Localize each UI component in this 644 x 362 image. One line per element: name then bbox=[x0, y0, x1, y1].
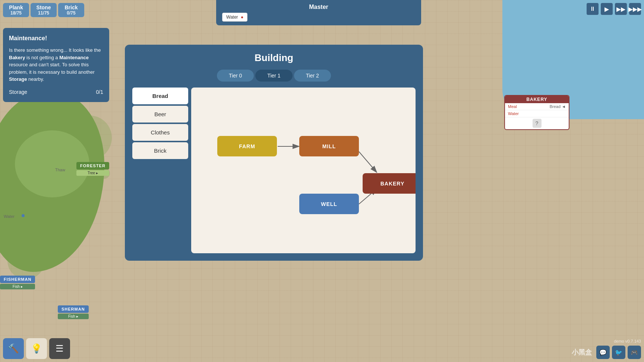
flow-node-mill: MILL bbox=[299, 136, 359, 156]
twitter-icon[interactable]: 🐦 bbox=[612, 346, 625, 359]
bakery-meal-value: Bread ◄ bbox=[550, 104, 566, 109]
map-label-water: Water bbox=[4, 214, 15, 219]
maintenance-description: Is there something wrong... It looks lik… bbox=[9, 47, 103, 83]
tab-tier2[interactable]: Tier 2 bbox=[294, 70, 331, 82]
forester-label: FORESTER bbox=[76, 162, 109, 169]
bakery-meal-label: Meal bbox=[508, 104, 517, 109]
bulb-button[interactable]: 💡 bbox=[26, 338, 47, 359]
sidebar-item-clothes[interactable]: Clothes bbox=[132, 124, 188, 141]
building-modal: Building Tier 0 Tier 1 Tier 2 Bread Beer… bbox=[125, 45, 423, 261]
pause-button[interactable]: ⏸ bbox=[587, 3, 599, 15]
svg-line-6 bbox=[359, 152, 377, 172]
faster-button[interactable]: ▶▶▶ bbox=[629, 3, 641, 15]
version-text: demo v0.7.143 bbox=[614, 339, 641, 343]
modal-body: Bread Beer Clothes Brick bbox=[132, 88, 416, 253]
modal-tabs: Tier 0 Tier 1 Tier 2 bbox=[132, 70, 416, 82]
sidebar-item-bread[interactable]: Bread bbox=[132, 88, 188, 104]
bakery-card-icon: ? bbox=[533, 119, 542, 128]
resource-stone: Stone 11/75 bbox=[31, 3, 57, 17]
social-icons: 小黑盒 💬 🐦 🎮 bbox=[572, 346, 641, 359]
modal-sidebar: Bread Beer Clothes Brick bbox=[132, 88, 188, 253]
tab-tier1[interactable]: Tier 1 bbox=[255, 70, 292, 82]
maintenance-title: Maintenance! bbox=[9, 34, 103, 43]
forester-resource: Tree ▸ bbox=[76, 170, 109, 176]
fast-button[interactable]: ▶▶ bbox=[615, 3, 627, 15]
deco-circle-4 bbox=[7, 242, 45, 279]
playback-controls: ⏸ ▶ ▶▶ ▶▶▶ bbox=[587, 3, 641, 15]
bakery-row-water: Water bbox=[505, 110, 569, 117]
bakery-card-title: BAKERY bbox=[505, 96, 569, 103]
storage-row: Storage 0/1 bbox=[9, 88, 103, 96]
bakery-card[interactable]: BAKERY Meal Bread ◄ Water ? bbox=[504, 95, 569, 130]
deco-circle-3 bbox=[45, 223, 67, 246]
flow-diagram-area: FARM MILL BAKERY WELL bbox=[191, 88, 416, 253]
deco-circle-6 bbox=[69, 209, 82, 222]
master-title: Master bbox=[222, 4, 415, 10]
sidebar-item-beer[interactable]: Beer bbox=[132, 106, 188, 123]
flow-node-farm: FARM bbox=[217, 136, 277, 156]
bottom-toolbar: 🔨 💡 ☰ bbox=[3, 338, 70, 359]
water-resource-box: Water ● bbox=[222, 13, 247, 22]
forester-building[interactable]: FORESTER Tree ▸ bbox=[76, 162, 109, 176]
storage-value: 0/1 bbox=[96, 88, 103, 96]
map-label-thaw: Thaw bbox=[55, 168, 65, 172]
discord-icon[interactable]: 💬 bbox=[596, 346, 610, 359]
tab-tier0[interactable]: Tier 0 bbox=[217, 70, 254, 82]
resource-brick: Brick 0/75 bbox=[58, 3, 84, 17]
bakery-row-meal: Meal Bread ◄ bbox=[505, 103, 569, 110]
fisherman-label: FISHERMAN bbox=[0, 276, 35, 283]
sidebar-item-brick[interactable]: Brick bbox=[132, 142, 188, 159]
flow-arrows bbox=[191, 88, 416, 253]
steam-icon[interactable]: 🎮 bbox=[628, 346, 641, 359]
watermark-logo: 小黑盒 bbox=[572, 348, 592, 357]
fisherman-building[interactable]: FISHERMAN Fish ▸ bbox=[0, 276, 35, 289]
sherman-label: SHERMAN bbox=[58, 305, 89, 313]
modal-title: Building bbox=[132, 52, 416, 64]
master-content: Water ● bbox=[222, 13, 415, 22]
menu-button[interactable]: ☰ bbox=[49, 338, 70, 359]
master-dialog: Master Water ● bbox=[216, 0, 421, 25]
hammer-button[interactable]: 🔨 bbox=[3, 338, 24, 359]
flow-node-bakery: BAKERY bbox=[363, 173, 416, 194]
fisherman-resource: Fish ▸ bbox=[0, 284, 35, 289]
bakery-water-label: Water bbox=[508, 111, 519, 116]
flow-node-well: WELL bbox=[299, 194, 359, 214]
sherman-building[interactable]: SHERMAN Fish ▸ bbox=[58, 305, 89, 319]
sherman-resource: Fish ▸ bbox=[58, 314, 89, 319]
resource-plank: Plank 18/75 bbox=[3, 3, 29, 17]
maintenance-panel: Maintenance! Is there something wrong...… bbox=[3, 28, 109, 102]
storage-label: Storage bbox=[9, 88, 27, 96]
play-button[interactable]: ▶ bbox=[601, 3, 613, 15]
water-dot bbox=[22, 214, 25, 217]
resource-bar: Plank 18/75 Stone 11/75 Brick 0/75 bbox=[0, 0, 87, 20]
